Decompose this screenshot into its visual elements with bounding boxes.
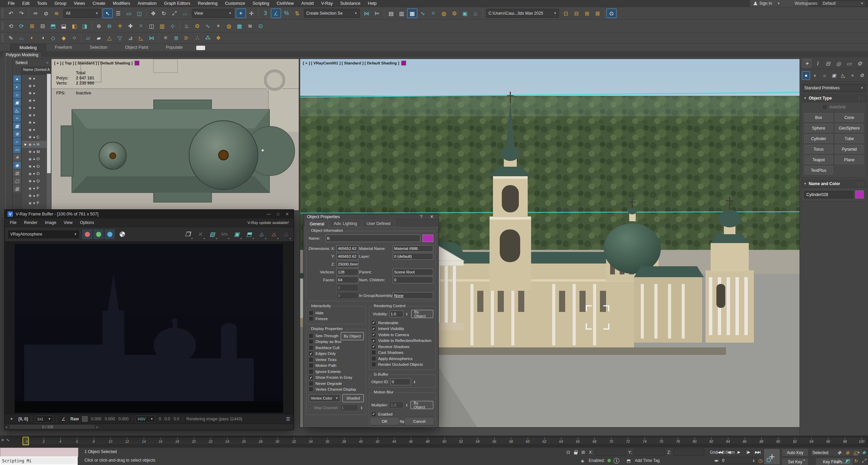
checkbox[interactable] [371,332,376,337]
x-coordinate-field[interactable] [595,449,626,456]
render-setup-icon[interactable]: ⚙ [449,9,460,18]
stop-render-icon[interactable]: ♨ [268,229,279,239]
see-through-checkbox[interactable] [309,333,313,338]
custom-tool-icon[interactable]: ⌓ [16,33,27,43]
time-slider-playhead[interactable] [22,437,29,445]
y-coordinate-field[interactable] [634,449,665,456]
vfb-menu-item[interactable]: Options [76,220,98,226]
vfb-progress-bar[interactable]: < 0 / 100 > [5,424,294,430]
hsv-dropdown[interactable]: HSV▼ [136,416,155,423]
pause-render-icon[interactable]: ♨ [256,229,266,239]
zoom-icon[interactable]: ⊕ [843,449,851,456]
hierarchy-view-icon[interactable]: ▥ [13,185,21,192]
viewport-top[interactable]: [ + ] [ Top ] [ Standard ] [ Default Sha… [51,59,299,211]
color-curve-icon[interactable]: ∠ [60,416,67,422]
filter-frozen-icon[interactable]: ❄ [13,154,21,161]
alpha-channel-icon[interactable] [120,231,125,237]
primitive-button[interactable]: Tube [835,134,864,143]
visibility-eye-icon[interactable]: ◉ [29,179,32,183]
dialog-tab[interactable]: General [305,220,329,227]
time-configuration-icon[interactable]: ◷ [758,458,762,463]
minimize-icon[interactable]: — [267,212,271,216]
custom-tool-icon[interactable]: ⊙ [255,21,266,31]
custom-tool-icon[interactable]: ◆ [59,33,69,43]
window-person-icon[interactable]: ⊠ [592,9,603,18]
vertex-color-dropdown[interactable]: Vertex Color ▼ [309,394,340,402]
custom-tool-icon[interactable]: ◺ [136,33,146,43]
undo-icon[interactable]: ↶ [6,9,16,18]
toggle-ribbon-icon[interactable]: ▦ [407,9,417,18]
align-icon[interactable]: ⊨ [372,9,382,18]
custom-tool-icon[interactable]: ⟲ [6,21,16,31]
custom-tool-icon[interactable]: ≡ [160,33,171,43]
mb-enabled-checkbox[interactable] [371,412,376,417]
visibility-eye-icon[interactable]: ◉ [29,194,32,197]
mini-curve-editor-icon[interactable]: ≡ [1,437,4,442]
checkbox[interactable] [371,350,376,355]
scroll-left-icon[interactable]: < [5,425,7,429]
reference-coordinate-dropdown[interactable]: View▼ [192,9,234,18]
menu-item[interactable]: Graph Editors [160,0,194,6]
object-color-swatch[interactable] [422,235,433,242]
log-panel-icon[interactable]: ☰ [286,416,290,422]
time-slider-ruler[interactable]: 0246810121416182022242628303234363840424… [22,437,867,445]
visibility-field[interactable]: 1.0 [389,311,404,317]
visibility-eye-icon[interactable]: ◉ [29,164,32,168]
visibility-eye-icon[interactable]: ◉ [29,106,32,109]
motion-blur-by-object-button[interactable]: By Object [410,401,433,409]
modify-tab[interactable]: ⌇ [812,59,822,68]
custom-tool-icon[interactable]: ✚ [125,21,136,31]
checkbox[interactable] [309,381,313,386]
custom-tool-icon[interactable]: △ [104,33,114,43]
visibility-eye-icon[interactable]: ◉ [29,128,32,132]
spinner-icon[interactable]: ▲▼ [753,459,755,462]
select-and-move-icon[interactable]: ✥ [148,9,158,18]
zoom-region-icon[interactable]: ❖ [860,449,868,456]
primitive-button[interactable]: TextPlus [804,166,833,175]
flat-list-icon[interactable]: ▢ [13,177,21,184]
custom-tool-icon[interactable]: ◧ [69,21,79,31]
menu-item[interactable]: Arnold [298,0,317,6]
custom-tool-icon[interactable]: ▥ [157,21,167,31]
custom-tool-icon[interactable]: ⌖ [213,21,223,31]
menu-item[interactable]: Modifiers [109,0,134,6]
pixel-zoom-dropdown[interactable]: 1x1▼ [35,416,53,423]
filter-containers-icon[interactable]: ▭ [13,146,21,153]
checkbox[interactable] [309,375,313,380]
enabled-count-badge[interactable]: 1 [614,458,619,464]
selection-lock-region-icon[interactable]: ⊡ [565,449,572,456]
mirror-icon[interactable]: ⋈ [361,9,372,18]
channel-dropdown[interactable]: VRayAtmosphere ▼ [7,230,80,239]
filter-xrefs-icon[interactable]: ⊕ [13,130,21,137]
custom-tool-icon[interactable]: ⊪ [182,33,192,43]
scrollbar-thumb[interactable] [47,74,51,173]
helpers-subtab[interactable]: ◺ [839,71,847,80]
ribbon-tab[interactable]: Populate [157,44,191,51]
primitive-button[interactable]: Plane [835,155,864,164]
menu-item[interactable]: Views [70,0,89,6]
named-selection-sets-dropdown[interactable]: Create Selection Se▼ [304,9,360,18]
spinner-icon[interactable]: ▲▼ [413,380,416,384]
selection-filter-dropdown[interactable]: All▼ [63,9,101,18]
cancel-button[interactable]: Cancel [404,417,434,425]
primitive-category-dropdown[interactable]: Standard Primitives ▼ [802,84,866,92]
visibility-eye-icon[interactable]: ◉ [29,135,32,139]
dimension-y-field[interactable]: 465652.62 [337,253,358,260]
selection-lock-icon[interactable] [574,452,577,454]
add-time-tag[interactable]: Add Time Tag [635,458,660,463]
menu-item[interactable]: Animation [134,0,160,6]
pixel-probe-icon[interactable]: ⌖ [8,416,15,422]
object-id-field[interactable]: 0 [390,378,411,385]
window-link-icon[interactable]: ⊞ [582,9,592,18]
unlink-selection-icon[interactable]: ⊘ [41,9,51,18]
close-icon[interactable]: ✕ [430,214,434,219]
visibility-eye-icon[interactable]: ◉ [29,157,32,161]
motion-tab[interactable]: ◎ [834,59,843,68]
checkbox[interactable] [371,362,376,367]
checkbox[interactable] [309,369,313,374]
custom-tool-icon[interactable]: ○ [69,33,79,43]
custom-tool-icon[interactable]: ⌗ [136,21,146,31]
custom-tool-icon[interactable]: ◫ [146,21,157,31]
follow-mouse-icon[interactable]: ⬒ [244,229,254,239]
visibility-eye-icon[interactable]: ◉ [29,84,32,88]
